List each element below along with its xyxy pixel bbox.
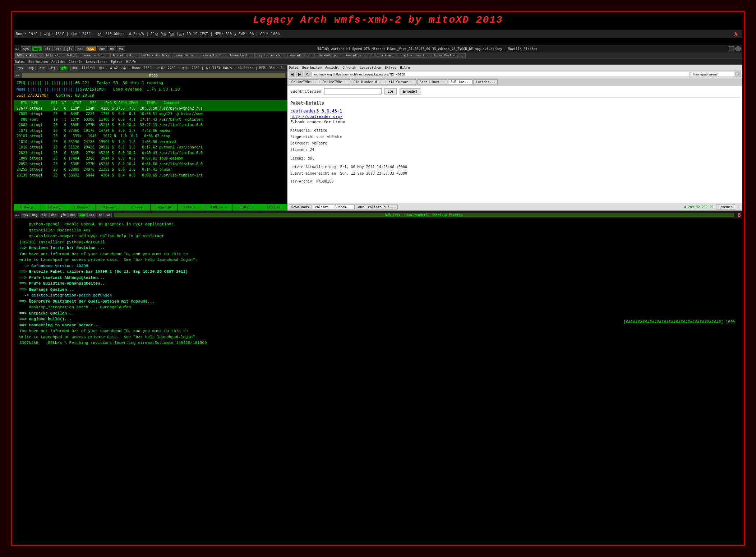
wmfs-tag-mng[interactable]: mng: [32, 46, 42, 51]
ff-tab-online2[interactable]: OnlineTVRe...: [320, 79, 350, 84]
ff-menu-ansicht[interactable]: Ansicht: [325, 66, 339, 69]
htop-tag-dic[interactable]: dic: [38, 66, 46, 70]
menu-history[interactable]: Chronik: [69, 60, 82, 64]
tab-xmonad[interactable]: xmonad - Tri...: [80, 53, 110, 58]
tab-conf1[interactable]: XmonadConf...: [200, 53, 227, 58]
tab-ivy[interactable]: Ivy footer ch...: [255, 53, 287, 58]
ff-pkg-url[interactable]: http://coolreader.org/: [290, 114, 739, 119]
tab-gbuild[interactable]: http://t...:GBUILD: [44, 53, 79, 58]
htop-row-10[interactable]: 1009 ottugi 20 0 17484 2388 2044 S 0.0 0…: [14, 156, 287, 161]
ff-tab-online1[interactable]: OnlineTVRe...: [289, 79, 319, 84]
htop-tag-doc[interactable]: doc: [70, 66, 79, 70]
wmfs-b-tag-mm[interactable]: mm: [97, 213, 104, 217]
htop-f6[interactable]: F6SortBy: [151, 204, 178, 211]
htop-f10[interactable]: F10Quit: [260, 204, 287, 211]
wmfs-tag-gfx[interactable]: gfx: [64, 46, 74, 51]
htop-row-11[interactable]: 2852 ottugi 20 0 538M 277M 45216 S 0.0 1…: [14, 161, 287, 167]
htop-f8[interactable]: F8Nice +: [205, 204, 232, 211]
htop-row-1[interactable]: 27677 ottugi 20 0 119M 114M 4136 S 37.0 …: [14, 106, 287, 111]
wmfs-b-tag-dic[interactable]: dic: [40, 213, 49, 217]
tab-conf2[interactable]: XmonadConf...: [228, 53, 255, 58]
htop-row-7[interactable]: 1010 ottugi 20 0 53196 24128 19904 S 1.0…: [14, 139, 287, 145]
htop-f4[interactable]: F4Invert: [96, 204, 123, 211]
menu-help[interactable]: Hilfe: [126, 60, 136, 64]
menu-edit[interactable]: Bearbeiten: [28, 60, 48, 64]
wmfs-b-tag-gfx[interactable]: gfx: [59, 213, 68, 217]
wmfs-b-tag-va[interactable]: va: [105, 213, 112, 217]
ff-menu-lesezeichen[interactable]: Lesezeichen: [360, 66, 381, 69]
ff-status-calibre[interactable]: calibre - E-book...: [313, 204, 355, 210]
htop-row-8[interactable]: 1016 ottugi 20 0 51528 29420 20512 S 0.0…: [14, 144, 287, 150]
ff-pkg-name[interactable]: coolreader3 3.0.43-1: [290, 109, 739, 114]
htop-tag-gfx[interactable]: gfx: [60, 66, 68, 70]
menu-view[interactable]: Ansicht: [51, 60, 65, 64]
ff-tab-x11[interactable]: X11 Cursor...: [386, 79, 416, 84]
ff-menu-bearbeiten[interactable]: Bearbeiten: [302, 66, 322, 69]
ff-url-bar[interactable]: [312, 72, 690, 77]
ff-menu-extras[interactable]: Extras: [385, 66, 397, 69]
htop-tag-mng[interactable]: mng: [27, 66, 35, 70]
wmfs-b-tag-dtp[interactable]: dtp: [49, 213, 58, 217]
menu-file[interactable]: Datei: [15, 60, 25, 64]
wmfs-tag-mm[interactable]: mm: [108, 46, 116, 51]
htop-f7[interactable]: F7Nice -: [178, 204, 205, 211]
tab-conf3[interactable]: XmonadConf...: [287, 53, 314, 58]
wmfs-tag-dic[interactable]: dic: [43, 46, 53, 51]
htop-f9[interactable]: F9Kill: [233, 204, 260, 211]
ff-menu-chronik[interactable]: Chronik: [342, 66, 356, 69]
ff-erweitert-button[interactable]: Erweitert: [400, 88, 420, 95]
wmfs-b-tag-mng[interactable]: mng: [31, 213, 39, 217]
tab-sullo[interactable]: Sullo - ArchWiki: [139, 53, 171, 58]
ff-status-downloads[interactable]: Downloads: [289, 204, 312, 210]
tab-image[interactable]: Image Xmona...: [172, 53, 200, 58]
ff-menu-datei[interactable]: Datei: [289, 66, 299, 69]
tab-online[interactable]: OnlineTVRec...: [370, 53, 399, 58]
ff-reload-btn[interactable]: ↺: [304, 72, 310, 77]
ff-forward-btn[interactable]: ▶: [296, 72, 303, 77]
wmfs-b-tag-www[interactable]: www: [78, 213, 87, 217]
htop-row-2[interactable]: 7889 ottugi 20 0 646M 2224 1756 S 9.0 0.…: [14, 111, 287, 117]
ff-pkg-search-input[interactable]: [324, 88, 382, 95]
ff-tab-archlinux[interactable]: Arch Linux...: [417, 79, 447, 84]
wmfs-tag-com[interactable]: com: [97, 46, 107, 51]
ff-close-icon[interactable]: ✕: [736, 205, 741, 209]
menu-extras[interactable]: Egtras: [111, 60, 123, 64]
htop-row-6[interactable]: 29101 ottugi 20 0 335k 1940 1012 R 1.0 0…: [14, 133, 287, 139]
ff-los-button[interactable]: Los: [384, 88, 397, 95]
htop-f1[interactable]: F1Help: [14, 204, 41, 211]
htop-f2[interactable]: F2Setup: [41, 204, 68, 211]
tab-mail1[interactable]: Mail - Show 1...: [400, 53, 432, 58]
ff-tab-lucidor[interactable]: Lucidor...: [473, 79, 498, 84]
wmfs-tag-sys[interactable]: sys: [21, 46, 31, 51]
htop-row-13[interactable]: 29139 ottugi 20 0 33692 5844 4364 S 0.4 …: [14, 172, 287, 178]
htop-f5[interactable]: F5Tree: [123, 204, 151, 211]
wmfs-b-tag-doc[interactable]: doc: [68, 213, 77, 217]
ff-back-btn[interactable]: ◀: [289, 72, 295, 77]
ff-tab-kinder[interactable]: Die Kinder d...: [351, 79, 385, 84]
tab-wmfs[interactable]: WMFS - Arch...: [15, 53, 43, 58]
wmfs-tag-www[interactable]: www: [86, 46, 96, 51]
wmfs-b-tag-sys[interactable]: sys: [21, 213, 29, 217]
tab-gfac[interactable]: Gfac-help p...: [314, 53, 343, 58]
tab-mail2[interactable]: Linuc Mail - S...: [432, 53, 466, 58]
ff-zoom-btn[interactable]: +: [735, 72, 741, 77]
menu-bookmarks[interactable]: Lesezeichen: [86, 60, 107, 64]
tab-conf4[interactable]: XmonadConf...: [344, 53, 370, 58]
ff-entfernen-btn[interactable]: Entfernen: [716, 204, 735, 210]
htop-row-9[interactable]: 2823 ottugi 20 0 538M 277M 45216 S 0.0 1…: [14, 150, 287, 156]
htop-tag-sys[interactable]: sys: [16, 66, 24, 70]
tab-xmonad-host[interactable]: Xmonad.Host...: [110, 53, 139, 58]
wmfs-tag-doc[interactable]: doc: [75, 46, 85, 51]
htop-row-4[interactable]: 2802 ottugi 20 0 538M 277M 45216 S 5.0 1…: [14, 122, 287, 128]
ff-menu-hilfe[interactable]: Hilfe: [400, 66, 410, 69]
wmfs-tag-va[interactable]: va: [117, 46, 125, 51]
htop-row-5[interactable]: 1071 ottugi 20 0 37360 19176 14724 S 3.0…: [14, 128, 287, 134]
wmfs-tag-dtp[interactable]: dtp: [54, 46, 64, 51]
ff-search-bar[interactable]: [691, 72, 734, 77]
htop-tag-dtp[interactable]: dtp: [49, 66, 57, 70]
wmfs-b-tag-com[interactable]: com: [87, 213, 96, 217]
ff-tab-aur[interactable]: AUR (de...: [448, 79, 472, 84]
htop-row-3[interactable]: 988 root 19 -1 137M 63380 11408 S 6.0 4.…: [14, 117, 287, 123]
htop-f3[interactable]: F3Search: [68, 204, 96, 211]
ff-status-aur-calibre[interactable]: aur- calibre-auf...: [356, 204, 398, 210]
